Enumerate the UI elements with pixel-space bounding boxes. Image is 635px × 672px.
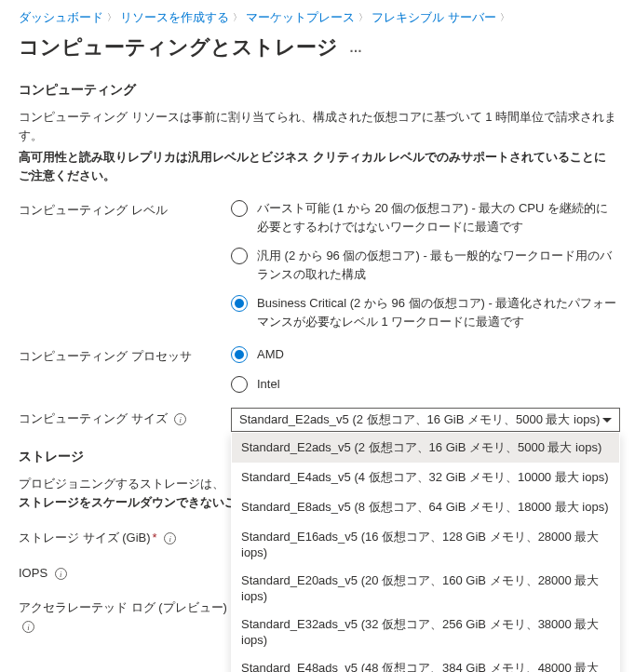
radio-icon [231, 248, 248, 264]
breadcrumb: ダッシュボード 〉 リソースを作成する 〉 マーケットプレース 〉 フレキシブル… [19, 9, 618, 26]
compute-level-radiogroup: バースト可能 (1 から 20 個の仮想コア) - 最大の CPU を継続的に必… [231, 199, 618, 330]
compute-size-option[interactable]: Standard_E8ads_v5 (8 仮想コア、64 GiB メモリ、180… [232, 492, 619, 522]
compute-level-business-critical[interactable]: Business Critical (2 から 96 個の仮想コア) - 最適化… [231, 294, 618, 330]
compute-size-option[interactable]: Standard_E2ads_v5 (2 仮想コア、16 GiB メモリ、500… [232, 433, 619, 463]
chevron-down-icon [602, 418, 612, 423]
chevron-right-icon: 〉 [233, 11, 242, 24]
compute-size-option[interactable]: Standard_E4ads_v5 (4 仮想コア、32 GiB メモリ、100… [232, 463, 619, 492]
compute-size-label: コンピューティング サイズ i [19, 408, 231, 428]
radio-icon [231, 295, 248, 312]
breadcrumb-flexible-server[interactable]: フレキシブル サーバー [372, 9, 496, 26]
page-title: コンピューティングとストレージ … [19, 34, 618, 61]
iops-label: IOPS i [19, 562, 231, 583]
breadcrumb-create-resource[interactable]: リソースを作成する [120, 9, 229, 26]
compute-processor-label: コンピューティング プロセッサ [19, 345, 231, 366]
compute-size-dropdown[interactable]: Standard_E2ads_v5 (2 仮想コア、16 GiB メモリ、500… [231, 408, 620, 432]
accel-log-label: アクセラレーテッド ログ (プレビュー) i [19, 597, 231, 635]
compute-processor-intel[interactable]: Intel [231, 375, 618, 394]
compute-level-general[interactable]: 汎用 (2 から 96 個の仮想コア) - 最も一般的なワークロード用のバランス… [231, 247, 618, 283]
compute-level-burstable[interactable]: バースト可能 (1 から 20 個の仮想コア) - 最大の CPU を継続的に必… [231, 199, 618, 235]
info-icon[interactable]: i [174, 413, 186, 425]
compute-size-option[interactable]: Standard_E48ads_v5 (48 仮想コア、384 GiB メモリ、… [232, 653, 619, 672]
compute-processor-radiogroup: AMD Intel [231, 345, 618, 393]
compute-heading: コンピューティング [19, 82, 618, 99]
compute-processor-amd[interactable]: AMD [231, 345, 618, 364]
compute-size-option[interactable]: Standard_E32ads_v5 (32 仮想コア、256 GiB メモリ、… [232, 610, 619, 653]
info-icon[interactable]: i [55, 568, 67, 580]
info-icon[interactable]: i [164, 532, 176, 544]
chevron-right-icon: 〉 [500, 11, 509, 24]
breadcrumb-dashboard[interactable]: ダッシュボード [19, 9, 103, 26]
compute-description: コンピューティング リソースは事前に割り当てられ、構成された仮想コアに基づいて … [19, 108, 618, 144]
compute-size-dropdown-list: Standard_E2ads_v5 (2 仮想コア、16 GiB メモリ、500… [231, 432, 620, 672]
info-icon[interactable]: i [22, 621, 34, 633]
compute-description-bold: 高可用性と読み取りレプリカは汎用レベルとビジネス クリティカル レベルでのみサポ… [19, 148, 618, 184]
compute-size-option[interactable]: Standard_E16ads_v5 (16 仮想コア、128 GiB メモリ、… [232, 522, 619, 566]
compute-size-option[interactable]: Standard_E20ads_v5 (20 仮想コア、160 GiB メモリ、… [232, 566, 619, 610]
radio-icon [231, 200, 248, 217]
compute-level-label: コンピューティング レベル [19, 199, 231, 220]
breadcrumb-marketplace[interactable]: マーケットプレース [246, 9, 355, 26]
chevron-right-icon: 〉 [358, 11, 368, 24]
radio-icon [231, 346, 248, 363]
radio-icon [231, 376, 248, 393]
storage-size-label: ストレージ サイズ (GiB)* i [19, 527, 231, 547]
more-icon[interactable]: … [349, 40, 363, 55]
chevron-right-icon: 〉 [107, 11, 116, 24]
